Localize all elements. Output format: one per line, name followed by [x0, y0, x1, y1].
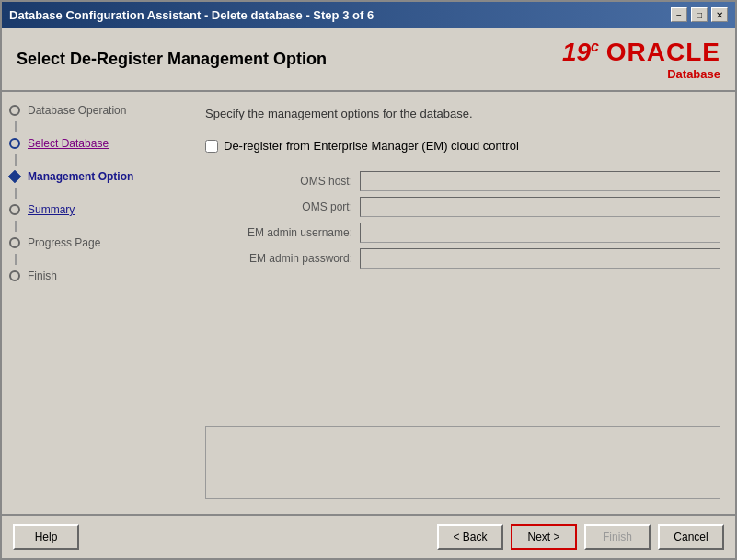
sidebar-label-select-database[interactable]: Select Database	[28, 137, 109, 150]
em-admin-username-label: EM admin username:	[224, 226, 352, 239]
connector-5	[15, 254, 17, 265]
help-button[interactable]: Help	[13, 524, 79, 550]
sidebar-item-progress-page: Progress Page	[2, 234, 190, 252]
oms-port-input[interactable]	[360, 197, 720, 217]
em-admin-username-input[interactable]	[360, 223, 720, 243]
intro-text: Specify the management options for the d…	[205, 107, 720, 120]
step-circle-2	[9, 138, 20, 149]
sidebar-item-summary[interactable]: Summary	[2, 200, 190, 219]
bottom-right-buttons: < Back Next > Finish Cancel	[437, 524, 724, 550]
main-window: Database Configuration Assistant - Delet…	[0, 0, 737, 560]
step-indicator-3	[6, 172, 24, 181]
sidebar-item-finish: Finish	[2, 267, 190, 285]
sidebar-item-database-operation: Database Operation	[2, 101, 190, 120]
oracle-logo: 19c ORACLE Database	[562, 38, 720, 81]
oms-port-label: OMS port:	[224, 200, 352, 213]
step-diamond-3	[8, 170, 21, 183]
sidebar-label-summary[interactable]: Summary	[28, 203, 75, 216]
sidebar: Database Operation Select Database Manag…	[2, 92, 190, 514]
connector-2	[15, 154, 17, 166]
em-admin-password-label: EM admin password:	[224, 252, 352, 265]
minimize-button[interactable]: −	[671, 7, 687, 22]
info-box	[205, 426, 720, 499]
window-controls: − □ ✕	[671, 7, 728, 22]
oms-host-input[interactable]	[360, 171, 720, 191]
sidebar-label-database-operation: Database Operation	[28, 104, 126, 117]
oms-host-label: OMS host:	[224, 175, 352, 188]
step-circle-4	[9, 204, 20, 215]
step-indicator-5	[6, 237, 24, 248]
back-button[interactable]: < Back	[437, 524, 503, 550]
sidebar-item-select-database[interactable]: Select Database	[2, 134, 190, 153]
step-circle-6	[9, 270, 20, 281]
step-indicator-4	[6, 204, 24, 215]
title-bar: Database Configuration Assistant - Delet…	[2, 2, 735, 28]
sidebar-item-management-option: Management Option	[2, 167, 190, 186]
page-title: Select De-Register Management Option	[17, 50, 327, 69]
connector-1	[15, 121, 17, 132]
oracle-brand: ORACLE	[606, 38, 720, 67]
em-admin-password-input[interactable]	[360, 248, 720, 269]
bottom-left-buttons: Help	[13, 524, 79, 550]
connector-4	[15, 221, 17, 232]
oracle-version: 19c	[562, 38, 606, 67]
deregister-checkbox[interactable]	[205, 140, 218, 153]
window-title: Database Configuration Assistant - Delet…	[9, 8, 374, 22]
connector-3	[15, 188, 17, 199]
deregister-label[interactable]: De-register from Enterprise Manager (EM)…	[224, 139, 519, 153]
form-grid: OMS host: OMS port: EM admin username: E…	[224, 171, 720, 269]
sidebar-label-finish: Finish	[28, 269, 57, 282]
step-circle-1	[9, 105, 20, 116]
finish-button[interactable]: Finish	[584, 524, 651, 550]
next-button[interactable]: Next >	[511, 524, 577, 550]
close-button[interactable]: ✕	[711, 7, 728, 22]
step-indicator-1	[6, 105, 24, 116]
main-content: Database Operation Select Database Manag…	[2, 92, 735, 514]
deregister-checkbox-row[interactable]: De-register from Enterprise Manager (EM)…	[205, 139, 720, 153]
step-circle-5	[9, 237, 20, 248]
step-indicator-2	[6, 138, 24, 149]
content-area: Specify the management options for the d…	[190, 92, 735, 514]
oracle-product: Database	[667, 67, 720, 81]
sidebar-label-progress-page: Progress Page	[28, 236, 100, 249]
cancel-button[interactable]: Cancel	[658, 524, 724, 550]
bottom-bar: Help < Back Next > Finish Cancel	[2, 514, 735, 558]
header-bar: Select De-Register Management Option 19c…	[2, 28, 735, 92]
maximize-button[interactable]: □	[691, 7, 708, 22]
step-indicator-6	[6, 270, 24, 281]
sidebar-label-management-option: Management Option	[28, 170, 133, 183]
